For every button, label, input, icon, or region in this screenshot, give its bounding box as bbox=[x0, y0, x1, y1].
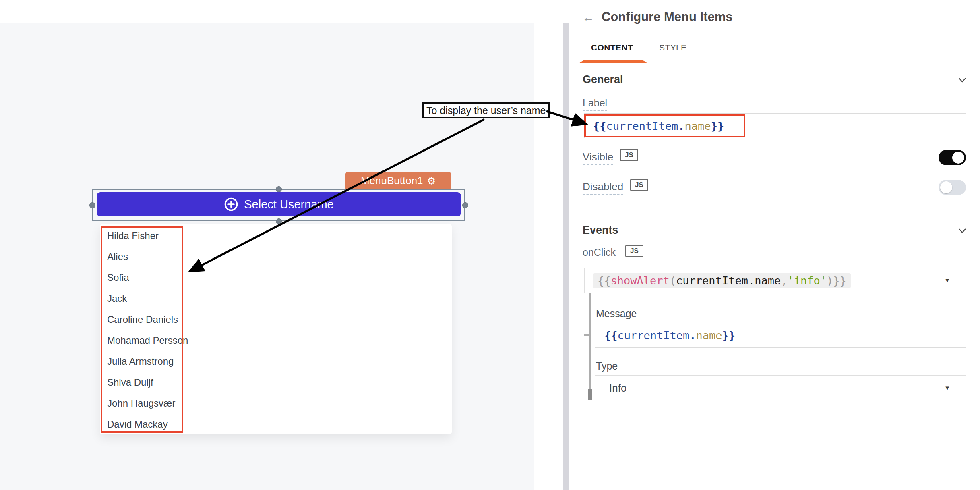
app-root: MenuButton1 ⚙ Select Username Hilda Fish… bbox=[0, 0, 980, 490]
onclick-label: onClick bbox=[583, 247, 616, 260]
code-token: ( bbox=[670, 274, 676, 287]
type-dropdown-value: Info bbox=[609, 382, 626, 394]
disabled-js-badge[interactable]: JS bbox=[630, 179, 648, 191]
chevron-down-icon[interactable] bbox=[957, 226, 967, 235]
type-label: Type bbox=[596, 360, 618, 372]
chevron-down-icon[interactable] bbox=[957, 75, 967, 85]
dropdown-caret-icon[interactable]: ▼ bbox=[944, 277, 950, 284]
toggle-knob bbox=[952, 152, 964, 164]
code-token: {{ bbox=[604, 329, 618, 342]
code-token: )}} bbox=[827, 274, 846, 287]
menu-item[interactable]: Alies bbox=[107, 246, 349, 267]
code-token: name bbox=[696, 329, 722, 342]
code-token: {{ bbox=[598, 274, 611, 287]
menu-item[interactable]: Shiva Duijf bbox=[107, 372, 349, 393]
resize-handle-top[interactable] bbox=[276, 186, 282, 192]
message-label: Message bbox=[596, 308, 637, 320]
code-token: 'info' bbox=[787, 274, 827, 287]
disabled-toggle[interactable] bbox=[939, 180, 966, 195]
action-tree-scroll-thumb[interactable] bbox=[588, 389, 592, 400]
back-arrow-icon[interactable]: ← bbox=[582, 10, 594, 24]
disabled-label: Disabled bbox=[583, 181, 623, 195]
resize-handle-right[interactable] bbox=[462, 202, 468, 208]
code-token: . bbox=[748, 274, 755, 287]
toggle-knob bbox=[940, 181, 952, 193]
section-divider bbox=[569, 212, 980, 212]
code-token: name bbox=[755, 274, 781, 287]
select-username-label: Select Username bbox=[244, 198, 333, 211]
type-dropdown[interactable]: Info ▼ bbox=[595, 375, 966, 400]
message-input-code: {{currentItem.name}} bbox=[604, 329, 735, 342]
visible-label: Visible bbox=[583, 151, 613, 165]
tab-style[interactable]: STYLE bbox=[659, 43, 687, 52]
menu-item[interactable]: John Haugsvær bbox=[107, 393, 349, 414]
tabs-divider bbox=[569, 63, 980, 63]
code-token: currentItem bbox=[676, 274, 748, 287]
action-tree-tick bbox=[584, 334, 589, 336]
resize-handle-bottom[interactable] bbox=[276, 218, 282, 224]
menu-item[interactable]: David Mackay bbox=[107, 414, 349, 435]
visible-toggle[interactable] bbox=[939, 150, 966, 165]
onclick-code: {{showAlert(currentItem.name,'info')}} bbox=[598, 274, 846, 287]
widget-name-tag[interactable]: MenuButton1 ⚙ bbox=[345, 172, 451, 189]
onclick-action-dropdown[interactable]: {{showAlert(currentItem.name,'info')}} ▼ bbox=[584, 268, 966, 293]
panel-scrollbar[interactable] bbox=[563, 23, 569, 490]
panel-title: Configure Menu Items bbox=[602, 10, 733, 24]
label-highlight-red-box bbox=[584, 114, 745, 137]
menu-item[interactable]: Caroline Daniels bbox=[107, 309, 349, 330]
circle-plus-icon bbox=[224, 197, 238, 212]
code-token: }} bbox=[722, 329, 736, 342]
menu-item[interactable]: Sofia bbox=[107, 267, 349, 288]
annotation-box: To display the user’s name bbox=[422, 102, 550, 118]
menu-item[interactable]: Julia Armstrong bbox=[107, 351, 349, 372]
onclick-js-badge[interactable]: JS bbox=[625, 245, 643, 257]
dropdown-caret-icon[interactable]: ▼ bbox=[944, 384, 950, 391]
section-events-heading: Events bbox=[583, 224, 618, 237]
action-tree-line bbox=[589, 293, 591, 400]
panel-left-divider bbox=[569, 23, 569, 490]
menu-item[interactable]: Mohamad Persson bbox=[107, 330, 349, 351]
code-token: showAlert bbox=[611, 274, 670, 287]
section-general-heading: General bbox=[583, 73, 623, 86]
code-token: , bbox=[781, 274, 787, 287]
code-token: currentItem bbox=[618, 329, 690, 342]
menu-item[interactable]: Hilda Fisher bbox=[107, 225, 349, 246]
onclick-code-chip: {{showAlert(currentItem.name,'info')}} bbox=[593, 273, 851, 288]
menu-items-list: Hilda FisherAliesSofiaJackCaroline Danie… bbox=[107, 225, 349, 435]
gear-icon[interactable]: ⚙ bbox=[427, 176, 436, 186]
visible-js-badge[interactable]: JS bbox=[620, 149, 638, 161]
message-input[interactable]: {{currentItem.name}} bbox=[595, 323, 966, 348]
annotation-text: To display the user’s name bbox=[426, 105, 546, 116]
resize-handle-left[interactable] bbox=[89, 202, 95, 208]
widget-name-label: MenuButton1 bbox=[361, 174, 423, 187]
tab-content[interactable]: CONTENT bbox=[591, 43, 633, 52]
select-username-button[interactable]: Select Username bbox=[97, 192, 461, 216]
code-token: . bbox=[689, 329, 696, 342]
menu-item[interactable]: Jack bbox=[107, 288, 349, 309]
label-field-label: Label bbox=[583, 97, 607, 111]
